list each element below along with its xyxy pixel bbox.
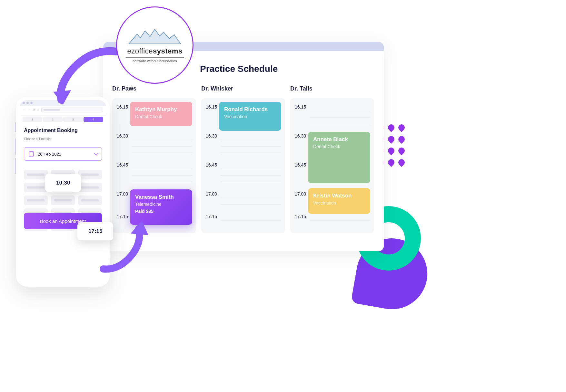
- doctor-column-paws: Dr. Paws 16.15 16.30 16.45 17.00 17.15 K…: [112, 85, 196, 233]
- time-label: 16.15: [295, 104, 306, 110]
- step-1[interactable]: 1: [23, 117, 42, 122]
- time-label: 16.30: [295, 133, 306, 139]
- time-slot[interactable]: [24, 196, 48, 205]
- home-icon[interactable]: ⌂: [37, 108, 39, 111]
- time-label: 17.00: [206, 191, 217, 196]
- time-slot[interactable]: [78, 196, 102, 205]
- time-label: 16.30: [206, 133, 217, 139]
- schedule-body[interactable]: 16.15 16.30 16.45 17.00 17.15 Kathtyn Mu…: [112, 98, 196, 233]
- mountain-icon: [127, 28, 182, 46]
- doctor-column-tails: Dr. Tails 16.15 16.30 16.45 17.00 17.15 …: [290, 85, 374, 233]
- phone-side-button: [15, 158, 16, 174]
- date-picker[interactable]: 26 Feb 2021: [24, 147, 102, 161]
- schedule-columns: Dr. Paws 16.15 16.30 16.45 17.00 17.15 K…: [112, 85, 374, 233]
- appointment-card[interactable]: Kathtyn Murphy Dental Check: [130, 102, 192, 126]
- appt-patient-name: Annete Black: [313, 136, 365, 143]
- time-slot[interactable]: [78, 170, 102, 179]
- back-icon[interactable]: ←: [23, 108, 26, 111]
- logo-divider: [126, 57, 184, 58]
- appt-patient-name: Kathtyn Murphy: [135, 106, 187, 113]
- logo-tagline: software without boundaries: [133, 59, 177, 63]
- appt-patient-name: Ronald Richards: [224, 106, 276, 113]
- sync-arrow-up: [100, 219, 152, 274]
- doctor-name: Dr. Paws: [112, 85, 196, 92]
- time-label: 16.45: [295, 162, 306, 167]
- schedule-body[interactable]: 16.15 16.30 16.45 17.00 17.15 Annete Bla…: [290, 98, 374, 233]
- time-label: 17.00: [295, 191, 306, 196]
- schedule-title: Practice Schedule: [200, 64, 384, 74]
- time-label: 16.45: [206, 162, 217, 167]
- chevron-down-icon: [94, 151, 98, 156]
- step-2[interactable]: 2: [43, 117, 63, 122]
- refresh-icon[interactable]: ⟳: [33, 108, 35, 111]
- appt-service: Dental Check: [313, 144, 365, 149]
- appt-service: Telemedicine: [135, 202, 187, 207]
- time-label: 16.45: [117, 162, 128, 167]
- appt-service: Vaccination: [224, 114, 276, 119]
- time-label: 17.15: [117, 214, 128, 219]
- appt-service: Vaccination: [313, 200, 365, 206]
- doctor-name: Dr. Tails: [290, 85, 374, 92]
- schedule-body[interactable]: 16.15 16.30 16.45 17.00 17.15 Ronald Ric…: [201, 98, 285, 233]
- phone-side-button: [15, 139, 16, 155]
- time-slot[interactable]: [24, 183, 48, 192]
- logo-text: ezofficesystems: [127, 47, 183, 55]
- time-label: 16.30: [117, 133, 128, 139]
- sync-arrow-down: [52, 45, 123, 110]
- forward-icon[interactable]: →: [28, 108, 31, 111]
- appointment-card[interactable]: Annete Black Dental Check: [308, 132, 370, 183]
- phone-side-button: [15, 122, 16, 132]
- doctor-column-whisker: Dr. Whisker 16.15 16.30 16.45 17.00 17.1…: [201, 85, 285, 233]
- appt-payment-status: Paid $35: [135, 209, 187, 214]
- booking-subheading: Choose a Time slot: [24, 137, 102, 141]
- doctor-name: Dr. Whisker: [201, 85, 285, 92]
- step-4[interactable]: 4: [84, 117, 103, 122]
- selected-date: 26 Feb 2021: [38, 152, 61, 157]
- appt-patient-name: Kristin Watson: [313, 193, 365, 199]
- step-3[interactable]: 3: [63, 117, 83, 122]
- appointment-card[interactable]: Kristin Watson Vaccination: [308, 188, 370, 214]
- appt-patient-name: Vanessa Smith: [135, 194, 187, 200]
- time-label: 17.00: [117, 191, 128, 196]
- calendar-icon: [29, 151, 34, 157]
- appt-service: Dental Check: [135, 114, 187, 119]
- time-label: 17.15: [295, 214, 306, 219]
- logo-badge: ezofficesystems software without boundar…: [116, 6, 194, 84]
- time-label: 17.15: [206, 214, 217, 219]
- time-label: 16.15: [206, 104, 217, 110]
- appointment-card[interactable]: Ronald Richards Vaccination: [219, 102, 281, 131]
- time-slot[interactable]: [51, 196, 75, 205]
- stepper: 1 2 3 4: [23, 117, 103, 122]
- time-chip-1030[interactable]: 10:30: [45, 174, 81, 192]
- time-slot[interactable]: [78, 183, 102, 192]
- time-slot[interactable]: [24, 170, 48, 179]
- booking-heading: Appointment Booking: [24, 128, 102, 133]
